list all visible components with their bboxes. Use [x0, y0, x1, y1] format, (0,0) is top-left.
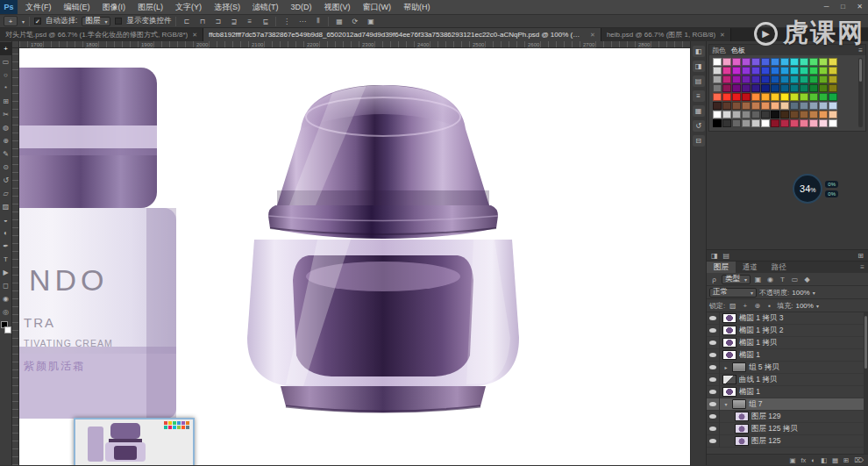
- menu-item-0[interactable]: 文件(F): [19, 0, 58, 14]
- lock-all-icon[interactable]: ▪: [765, 302, 774, 310]
- color-swatch[interactable]: [829, 119, 837, 127]
- distribute-center-icon[interactable]: ⫴: [312, 16, 324, 26]
- color-swatch[interactable]: [790, 84, 799, 92]
- color-swatch[interactable]: [742, 67, 751, 75]
- color-swatch[interactable]: [829, 102, 837, 110]
- zoom-tool[interactable]: ◎: [0, 305, 12, 319]
- color-swatch[interactable]: [809, 67, 818, 75]
- color-swatch[interactable]: [761, 67, 770, 75]
- panel-options-icon[interactable]: ▤: [723, 252, 730, 260]
- color-swatch[interactable]: [742, 111, 751, 118]
- color-swatch[interactable]: [829, 93, 837, 101]
- chevron-down-icon[interactable]: ▾: [813, 290, 815, 296]
- menu-item-5[interactable]: 选择(S): [208, 0, 246, 14]
- color-swatch[interactable]: [819, 93, 828, 101]
- filter-smart-icon[interactable]: ◆: [802, 276, 812, 283]
- color-swatch[interactable]: [771, 119, 779, 127]
- color-swatch[interactable]: [713, 93, 722, 101]
- color-swatch[interactable]: [800, 84, 808, 92]
- color-swatch[interactable]: [742, 119, 751, 127]
- color-swatch[interactable]: [732, 111, 741, 118]
- color-swatch[interactable]: [751, 75, 760, 83]
- color-swatch[interactable]: [800, 119, 808, 127]
- layer-row-4[interactable]: ▸组 5 拷贝: [707, 362, 868, 374]
- document-canvas[interactable]: NDO TRA TIVATING CREAM 紫颜肌活霜: [19, 48, 690, 465]
- filter-adjustment-icon[interactable]: ◉: [765, 276, 775, 283]
- color-swatch[interactable]: [790, 111, 799, 118]
- color-swatch[interactable]: [722, 102, 731, 110]
- color-swatch[interactable]: [809, 93, 818, 101]
- color-swatch[interactable]: [819, 119, 828, 127]
- path-selection-tool[interactable]: ▶: [0, 266, 12, 279]
- color-swatch[interactable]: [800, 58, 808, 66]
- tool-preset-caret-icon[interactable]: ▾: [22, 18, 25, 25]
- adjustments-panel-icon[interactable]: ◨: [693, 61, 705, 72]
- collapse-panel-icon[interactable]: ◨: [711, 252, 718, 260]
- tab-close-icon[interactable]: ✕: [720, 32, 725, 39]
- layers-panel-tab-图层[interactable]: 图层: [707, 262, 736, 273]
- history-panel-icon[interactable]: ↺: [693, 120, 705, 132]
- layers-scrollbar[interactable]: [864, 312, 868, 454]
- auto-select-checkbox[interactable]: ✓: [34, 18, 41, 25]
- filter-type-select[interactable]: 类型 ▾: [722, 275, 751, 284]
- layer-row-5[interactable]: 曲线 1 拷贝: [707, 374, 868, 386]
- menu-item-6[interactable]: 滤镜(T): [246, 0, 285, 14]
- expander-icon[interactable]: ▸: [722, 364, 729, 370]
- eyedropper-tool[interactable]: ◍: [0, 121, 12, 134]
- color-swatch[interactable]: [780, 93, 789, 101]
- color-swatch[interactable]: [809, 84, 818, 92]
- swatches-scrollbar[interactable]: [858, 58, 863, 127]
- color-swatch[interactable]: [722, 67, 731, 75]
- color-swatch[interactable]: [809, 111, 818, 118]
- color-swatch[interactable]: [713, 58, 722, 66]
- pen-tool[interactable]: ✒: [0, 240, 12, 253]
- lock-pixels-icon[interactable]: +: [740, 302, 750, 310]
- color-swatch[interactable]: [732, 102, 741, 110]
- layer-row-7[interactable]: ▾组 7: [707, 398, 868, 411]
- blend-mode-select[interactable]: 正常 ▾: [709, 288, 757, 298]
- hand-tool[interactable]: ◉: [0, 292, 12, 305]
- layer-row-1[interactable]: 椭圆 1 拷贝 2: [707, 325, 868, 337]
- color-swatch[interactable]: [780, 58, 789, 66]
- color-swatch[interactable]: [742, 58, 751, 66]
- visibility-toggle[interactable]: [707, 337, 720, 349]
- color-swatch[interactable]: [809, 58, 818, 66]
- properties-panel-icon[interactable]: ▦: [693, 105, 705, 117]
- color-swatch[interactable]: [780, 67, 789, 75]
- magic-wand-tool[interactable]: *: [0, 82, 12, 95]
- document-tab-1[interactable]: ffcb8192fff7dc57a7382867e549b9d8_6502012…: [203, 28, 601, 41]
- menu-item-2[interactable]: 图像(I): [96, 0, 132, 14]
- swatches-tab-1[interactable]: 色板: [731, 46, 745, 55]
- document-tab-0[interactable]: 对头片笔.psd @ 66.7% (1.学会化妆品的修图方式, RGB/8*)✕: [0, 28, 203, 41]
- blur-tool[interactable]: ◒: [0, 213, 12, 226]
- visibility-toggle[interactable]: [707, 411, 720, 423]
- align-bottom-icon[interactable]: ⊑: [260, 16, 271, 26]
- brush-tool[interactable]: ✎: [0, 147, 12, 161]
- color-swatch[interactable]: [732, 58, 741, 66]
- color-swatch[interactable]: [771, 102, 779, 110]
- adjustment-layer-icon[interactable]: ◧: [821, 456, 827, 464]
- color-swatch[interactable]: [722, 119, 731, 127]
- visibility-toggle[interactable]: [707, 312, 720, 325]
- lasso-tool[interactable]: ○: [0, 68, 12, 82]
- layer-mask-icon[interactable]: ◐: [811, 456, 815, 464]
- color-swatch[interactable]: [751, 84, 760, 92]
- filter-shape-icon[interactable]: ▭: [790, 276, 800, 283]
- layer-row-3[interactable]: 椭圆 1: [707, 349, 868, 362]
- color-swatch[interactable]: [732, 119, 741, 127]
- layer-row-8[interactable]: 图层 129: [707, 411, 868, 423]
- visibility-toggle[interactable]: [707, 386, 720, 398]
- workspace-icon[interactable]: ▣: [365, 16, 376, 26]
- clone-stamp-tool[interactable]: ⊙: [0, 161, 12, 174]
- color-swatch[interactable]: [742, 93, 751, 101]
- color-swatch[interactable]: [790, 58, 799, 66]
- lock-position-icon[interactable]: ⊕: [752, 302, 762, 310]
- layer-row-2[interactable]: 椭圆 1 拷贝: [707, 337, 868, 349]
- document-preview-thumbnail[interactable]: [74, 418, 195, 465]
- align-middle-icon[interactable]: ≡: [244, 16, 255, 26]
- color-swatch[interactable]: [751, 67, 760, 75]
- color-swatch[interactable]: [761, 84, 770, 92]
- color-swatch[interactable]: [800, 102, 808, 110]
- color-swatch[interactable]: [722, 111, 731, 118]
- fill-value[interactable]: 100%: [795, 302, 813, 310]
